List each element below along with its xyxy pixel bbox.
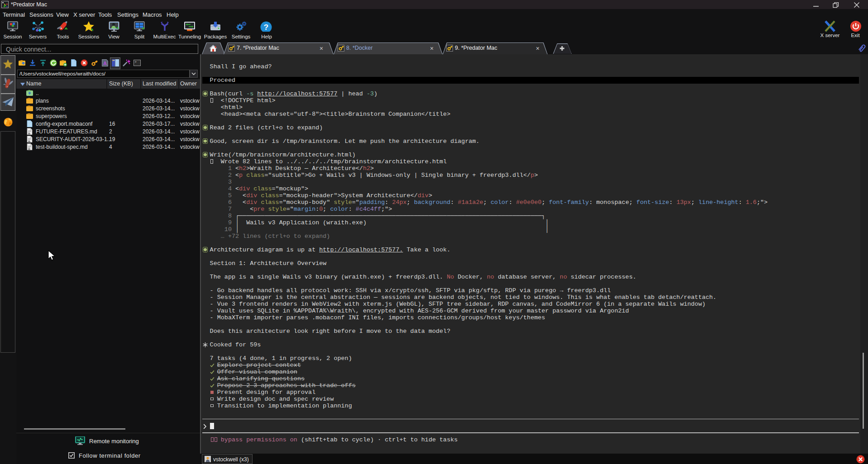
svg-text:A: A bbox=[103, 61, 107, 66]
svg-text:>: > bbox=[134, 60, 136, 64]
svg-text:?: ? bbox=[264, 23, 268, 32]
